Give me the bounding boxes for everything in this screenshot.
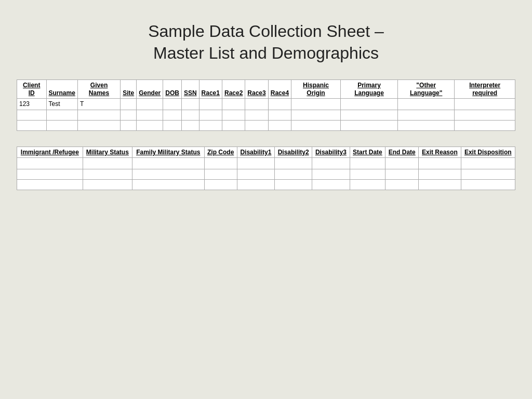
- col-client-id: Client ID: [17, 80, 47, 99]
- cell-dob: [163, 98, 182, 110]
- col-start-date: Start Date: [350, 147, 385, 157]
- col-gender: Gender: [137, 80, 163, 99]
- col-race1: Race1: [199, 80, 222, 99]
- col-site: Site: [121, 80, 137, 99]
- cell-interpreter-required: [455, 98, 515, 110]
- table2-container: Immigrant /Refugee Military Status Famil…: [17, 147, 515, 190]
- col-immigrant-refugee: Immigrant /Refugee: [17, 147, 83, 157]
- cell-race2: [222, 98, 245, 110]
- table-row: [17, 158, 515, 169]
- page-title: Sample Data Collection Sheet – Master Li…: [148, 21, 384, 64]
- col-race4: Race4: [268, 80, 291, 99]
- col-end-date: End Date: [385, 147, 419, 157]
- col-given-names: Given Names: [77, 80, 120, 99]
- col-primary-language: Primary Language: [340, 80, 397, 99]
- col-race3: Race3: [245, 80, 268, 99]
- col-surname: Surname: [46, 80, 77, 99]
- col-family-military-status: Family Military Status: [132, 147, 205, 157]
- col-ssn: SSN: [181, 80, 199, 99]
- col-other-language: "Other Language": [398, 80, 455, 99]
- col-race2: Race2: [222, 80, 245, 99]
- table-row: [17, 180, 515, 190]
- cell-race3: [245, 98, 268, 110]
- col-exit-reason: Exit Reason: [419, 147, 461, 157]
- col-disability3: Disability3: [312, 147, 350, 157]
- col-zip-code: Zip Code: [204, 147, 237, 157]
- col-military-status: Military Status: [83, 147, 132, 157]
- col-interpreter-required: Interpreter required: [455, 80, 515, 99]
- master-list-table: Client ID Surname Given Names Site Gende…: [17, 79, 515, 131]
- col-exit-disposition: Exit Disposition: [461, 147, 515, 157]
- col-dob: DOB: [163, 80, 182, 99]
- table-row: [17, 120, 515, 130]
- demographics-table: Immigrant /Refugee Military Status Famil…: [17, 147, 515, 190]
- col-disability2: Disability2: [275, 147, 312, 157]
- table-row: [17, 110, 515, 120]
- table-row: 123 Test T: [17, 98, 515, 110]
- table1-container: Client ID Surname Given Names Site Gende…: [17, 79, 515, 131]
- cell-site: [121, 98, 137, 110]
- table-row: [17, 169, 515, 180]
- col-disability1: Disability1: [237, 147, 274, 157]
- cell-race1: [199, 98, 222, 110]
- cell-ssn: [181, 98, 199, 110]
- col-hispanic-origin: Hispanic Origin: [291, 80, 341, 99]
- cell-primary-language: [340, 98, 397, 110]
- cell-surname: Test: [46, 98, 77, 110]
- cell-race4: [268, 98, 291, 110]
- cell-hispanic-origin: [291, 98, 341, 110]
- cell-gender: [137, 98, 163, 110]
- cell-client-id: 123: [17, 98, 47, 110]
- cell-other-language: [398, 98, 455, 110]
- cell-given-names: T: [77, 98, 120, 110]
